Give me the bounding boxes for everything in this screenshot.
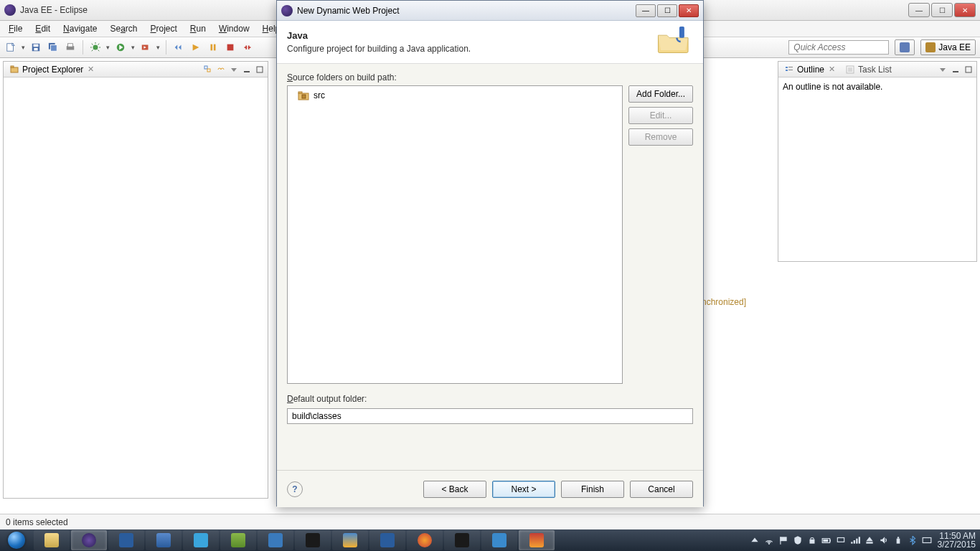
- dialog-close-button[interactable]: ✕: [679, 4, 699, 17]
- dialog-footer: ? < Back Next > Finish Cancel: [277, 470, 703, 507]
- svg-rect-5: [51, 45, 57, 52]
- svg-rect-23: [257, 67, 263, 72]
- tray-flag-icon[interactable]: [778, 535, 788, 545]
- run-last-icon[interactable]: [139, 41, 152, 54]
- new-icon[interactable]: [4, 41, 17, 54]
- run-icon[interactable]: [114, 41, 127, 54]
- close-icon[interactable]: ✕: [827, 65, 837, 74]
- dialog-minimize-button[interactable]: —: [636, 4, 656, 17]
- source-folder-list[interactable]: src: [287, 85, 623, 384]
- svg-rect-7: [68, 44, 73, 47]
- taskbar-app-2[interactable]: [146, 530, 182, 550]
- menu-search[interactable]: Search: [104, 22, 143, 35]
- quick-access-input[interactable]: [788, 40, 889, 55]
- view-menu-icon[interactable]: [938, 65, 948, 75]
- collapse-all-icon[interactable]: [203, 65, 213, 75]
- windows-taskbar: 11:50 AM 3/27/2015: [0, 529, 980, 551]
- tray-signal-icon[interactable]: [850, 535, 860, 545]
- maximize-panel-icon[interactable]: [255, 65, 265, 75]
- taskbar-app-6[interactable]: [332, 530, 368, 550]
- project-explorer-tab[interactable]: Project Explorer ✕: [6, 63, 98, 76]
- new-project-dialog: New Dynamic Web Project — ☐ ✕ Java Confi…: [276, 0, 704, 507]
- close-icon[interactable]: ✕: [86, 65, 95, 74]
- task-list-tab[interactable]: Task List: [842, 63, 895, 76]
- outline-tab[interactable]: Outline ✕: [781, 63, 839, 76]
- svg-rect-26: [786, 70, 788, 71]
- tray-power-icon[interactable]: [893, 535, 903, 545]
- terminate-icon[interactable]: [224, 41, 237, 54]
- menu-navigate[interactable]: Navigate: [57, 22, 103, 35]
- menu-edit[interactable]: Edit: [29, 22, 56, 35]
- suspend-icon[interactable]: [207, 41, 220, 54]
- source-folder-item[interactable]: src: [291, 89, 619, 102]
- debug-icon[interactable]: [89, 41, 102, 54]
- finish-button[interactable]: Finish: [561, 481, 624, 498]
- svg-rect-51: [829, 540, 830, 542]
- edit-button[interactable]: Edit...: [628, 107, 693, 124]
- project-explorer-title: Project Explorer: [22, 65, 83, 75]
- print-icon[interactable]: [64, 41, 77, 54]
- dialog-banner-subtitle: Configure project for building a Java ap…: [287, 44, 471, 54]
- svg-marker-29: [940, 68, 946, 72]
- taskbar-app-7[interactable]: [369, 530, 405, 550]
- svg-rect-18: [11, 66, 14, 67]
- close-button[interactable]: ✕: [954, 3, 976, 17]
- tray-wifi-icon[interactable]: [764, 535, 774, 545]
- menu-run[interactable]: Run: [184, 22, 212, 35]
- dialog-maximize-button[interactable]: ☐: [657, 4, 677, 17]
- tray-volume-icon[interactable]: [879, 535, 889, 545]
- taskbar-javaee[interactable]: [519, 530, 555, 550]
- taskbar-explorer[interactable]: [34, 530, 70, 550]
- cancel-button[interactable]: Cancel: [630, 481, 693, 498]
- menu-window[interactable]: Window: [213, 22, 255, 35]
- taskbar-eclipse[interactable]: [71, 530, 107, 550]
- open-perspective-button[interactable]: [895, 39, 915, 55]
- java-ee-perspective-button[interactable]: Java EE: [920, 39, 976, 55]
- svg-rect-48: [780, 537, 781, 545]
- resume-icon[interactable]: [189, 41, 202, 54]
- default-output-input[interactable]: [287, 408, 693, 424]
- save-icon[interactable]: [29, 41, 42, 54]
- menu-project[interactable]: Project: [144, 22, 182, 35]
- tray-bluetooth-icon[interactable]: [908, 535, 918, 545]
- tray-battery-icon[interactable]: [821, 535, 831, 545]
- taskbar-app-4[interactable]: [220, 530, 256, 550]
- tray-shield-icon[interactable]: [793, 535, 803, 545]
- tray-up-icon[interactable]: [750, 535, 760, 545]
- maximize-panel-icon[interactable]: [963, 65, 974, 75]
- svg-rect-20: [207, 69, 210, 72]
- next-button[interactable]: Next >: [492, 481, 555, 498]
- back-button[interactable]: < Back: [423, 481, 486, 498]
- minimize-panel-icon[interactable]: [242, 65, 252, 75]
- dialog-titlebar[interactable]: New Dynamic Web Project — ☐ ✕: [277, 1, 703, 21]
- add-folder-button[interactable]: Add Folder...: [628, 85, 693, 103]
- taskbar-app-9[interactable]: [481, 530, 517, 550]
- taskbar-cmd[interactable]: [295, 530, 331, 550]
- skip-breakpoints-icon[interactable]: [172, 41, 185, 54]
- task-list-title: Task List: [858, 65, 892, 75]
- tray-clock[interactable]: 11:50 AM 3/27/2015: [938, 532, 976, 549]
- view-menu-icon[interactable]: [229, 65, 239, 75]
- taskbar-app-3[interactable]: [183, 530, 219, 550]
- minimize-button[interactable]: —: [908, 3, 930, 17]
- tray-network-icon[interactable]: [836, 535, 846, 545]
- tray-eject-icon[interactable]: [864, 535, 875, 545]
- taskbar-firefox[interactable]: [407, 530, 443, 550]
- save-all-icon[interactable]: [47, 41, 60, 54]
- remove-button[interactable]: Remove: [628, 128, 693, 146]
- tray-msg-icon[interactable]: [922, 535, 932, 545]
- status-text: 0 items selected: [6, 517, 68, 527]
- start-button[interactable]: [0, 529, 33, 551]
- tray-lock-icon[interactable]: [807, 535, 817, 545]
- taskbar-app-1[interactable]: [108, 530, 144, 550]
- help-button[interactable]: ?: [287, 481, 303, 497]
- minimize-panel-icon[interactable]: [951, 65, 961, 75]
- link-editor-icon[interactable]: [216, 65, 226, 75]
- taskbar-app-8[interactable]: [444, 530, 480, 550]
- menu-file[interactable]: File: [3, 22, 28, 35]
- outline-title: Outline: [797, 65, 824, 75]
- eclipse-app-icon: [4, 4, 16, 16]
- disconnect-icon[interactable]: [241, 41, 254, 54]
- maximize-button[interactable]: ☐: [931, 3, 953, 17]
- taskbar-app-5[interactable]: [258, 530, 293, 550]
